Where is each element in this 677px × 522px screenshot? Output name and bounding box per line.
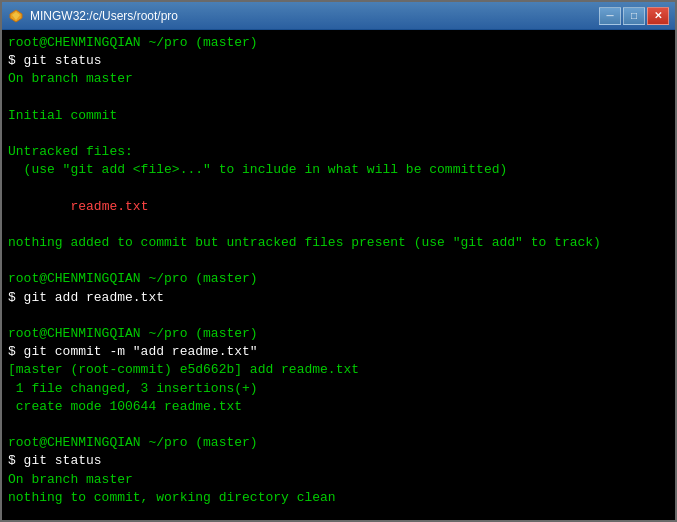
- terminal-window: MINGW32:/c/Users/root/pro ─ □ ✕ root@CHE…: [0, 0, 677, 522]
- terminal-line: root@CHENMINGQIAN ~/pro (master): [8, 325, 669, 343]
- terminal-line: [8, 416, 669, 434]
- terminal-line: $ git status: [8, 452, 669, 470]
- minimize-button[interactable]: ─: [599, 7, 621, 25]
- titlebar: MINGW32:/c/Users/root/pro ─ □ ✕: [2, 2, 675, 30]
- close-button[interactable]: ✕: [647, 7, 669, 25]
- window-controls: ─ □ ✕: [599, 7, 669, 25]
- terminal-line: On branch master: [8, 471, 669, 489]
- terminal-line: $ git status: [8, 52, 669, 70]
- terminal-line: root@CHENMINGQIAN ~/pro (master): [8, 434, 669, 452]
- terminal-line: Initial commit: [8, 107, 669, 125]
- terminal-line: [8, 89, 669, 107]
- terminal-line: create mode 100644 readme.txt: [8, 398, 669, 416]
- terminal-line: nothing added to commit but untracked fi…: [8, 234, 669, 252]
- window-title: MINGW32:/c/Users/root/pro: [30, 9, 599, 23]
- terminal-line: 1 file changed, 3 insertions(+): [8, 380, 669, 398]
- terminal-line: (use "git add <file>..." to include in w…: [8, 161, 669, 179]
- terminal-line: [8, 507, 669, 520]
- terminal-line: readme.txt: [8, 198, 669, 216]
- terminal-line: [8, 307, 669, 325]
- terminal-output[interactable]: root@CHENMINGQIAN ~/pro (master)$ git st…: [2, 30, 675, 520]
- terminal-line: [8, 216, 669, 234]
- terminal-line: root@CHENMINGQIAN ~/pro (master): [8, 270, 669, 288]
- terminal-line: root@CHENMINGQIAN ~/pro (master): [8, 34, 669, 52]
- terminal-wrapper: root@CHENMINGQIAN ~/pro (master)$ git st…: [2, 30, 675, 520]
- terminal-line: $ git commit -m "add readme.txt": [8, 343, 669, 361]
- terminal-line: [8, 180, 669, 198]
- terminal-line: [master (root-commit) e5d662b] add readm…: [8, 361, 669, 379]
- app-icon: [8, 8, 24, 24]
- terminal-line: Untracked files:: [8, 143, 669, 161]
- terminal-line: nothing to commit, working directory cle…: [8, 489, 669, 507]
- terminal-line: [8, 125, 669, 143]
- terminal-line: On branch master: [8, 70, 669, 88]
- terminal-line: [8, 252, 669, 270]
- maximize-button[interactable]: □: [623, 7, 645, 25]
- terminal-line: $ git add readme.txt: [8, 289, 669, 307]
